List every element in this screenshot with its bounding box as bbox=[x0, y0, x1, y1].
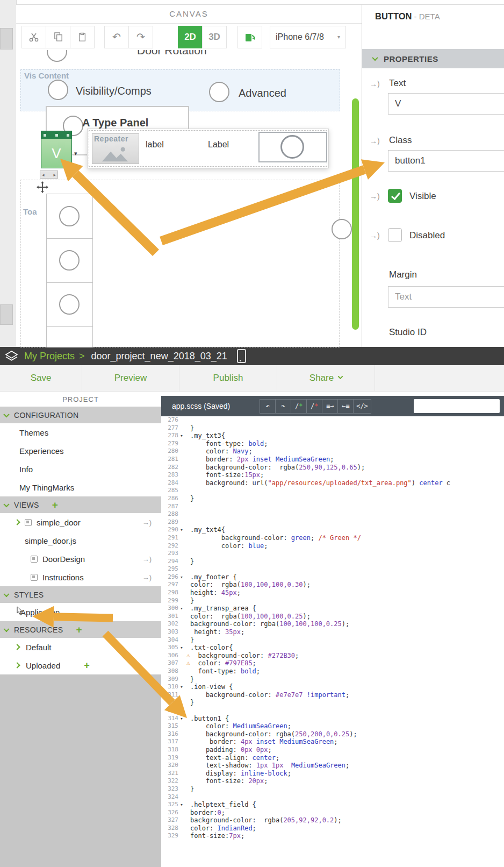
code-line[interactable]: 314▾.button1 { bbox=[161, 715, 504, 723]
selection-handle[interactable] bbox=[55, 134, 58, 137]
code-line[interactable]: 305▾.txt-color{ bbox=[161, 644, 504, 652]
undo-button[interactable]: ↶ bbox=[260, 399, 276, 414]
section-configuration[interactable]: CONFIGURATION bbox=[0, 407, 161, 423]
code-line[interactable]: 328color: IndianRed; bbox=[161, 825, 504, 833]
visible-checkbox[interactable] bbox=[388, 189, 402, 203]
add-view-icon[interactable]: + bbox=[52, 500, 58, 510]
code-line[interactable]: 302background-color: rgba(100,100,100,0.… bbox=[161, 620, 504, 628]
fold-arrow-icon[interactable]: ▾ bbox=[179, 644, 184, 652]
properties-section-header[interactable]: PROPERTIES bbox=[362, 49, 504, 68]
radio-widget[interactable] bbox=[209, 82, 229, 102]
cut-button[interactable] bbox=[21, 26, 46, 48]
breadcrumb-root-link[interactable]: My Projects bbox=[24, 351, 75, 362]
code-line[interactable]: 283 font-size:15px; bbox=[161, 471, 504, 479]
code-line[interactable]: 324 bbox=[161, 793, 504, 801]
code-line[interactable]: 320 text-shadow: 1px 1px MediumSeaGreen; bbox=[161, 762, 504, 770]
section-views[interactable]: VIEWS + bbox=[0, 496, 161, 513]
widget-row-popup[interactable]: Repeater label Label bbox=[87, 129, 329, 168]
section-styles[interactable]: STYLES bbox=[0, 586, 161, 603]
selection-header[interactable] bbox=[41, 131, 71, 139]
selection-handle[interactable] bbox=[44, 134, 46, 137]
button-widget-circle[interactable] bbox=[280, 135, 304, 159]
margin-value-input[interactable] bbox=[388, 286, 504, 308]
code-line[interactable]: 281 border: 2px inset MediumSeaGreen; bbox=[161, 456, 504, 464]
sidebar-item-experiences[interactable]: Experiences bbox=[0, 442, 161, 460]
save-button[interactable]: Save bbox=[0, 365, 82, 391]
code-line[interactable]: 312} bbox=[161, 699, 504, 707]
code-line[interactable]: 307⚠ color: #797E85; bbox=[161, 659, 504, 667]
paste-button[interactable] bbox=[70, 26, 95, 48]
code-line[interactable]: 309} bbox=[161, 676, 504, 684]
orientation-button[interactable] bbox=[237, 26, 262, 48]
code-line[interactable]: 326border:0; bbox=[161, 809, 504, 817]
selection-handle[interactable] bbox=[67, 134, 69, 137]
binding-arrow-icon[interactable]: →) bbox=[142, 573, 152, 581]
code-line[interactable]: 291 background-color: green; /* Green */ bbox=[161, 534, 504, 542]
code-line[interactable]: 295 bbox=[161, 565, 504, 573]
indent-button[interactable]: ≡→ bbox=[322, 399, 338, 414]
code-line[interactable]: 303 height: 35px; bbox=[161, 628, 504, 636]
comment-add-button[interactable]: /* bbox=[291, 399, 307, 414]
code-line[interactable]: 296▾.my_footer { bbox=[161, 573, 504, 581]
code-line[interactable]: 299} bbox=[161, 597, 504, 605]
chevron-right-icon[interactable] bbox=[14, 644, 20, 650]
code-line[interactable]: 277} bbox=[161, 424, 504, 432]
fold-arrow-icon[interactable]: ▾ bbox=[179, 432, 184, 440]
binding-arrow-icon[interactable]: →) bbox=[370, 137, 380, 145]
add-resource-icon[interactable]: + bbox=[76, 624, 82, 635]
resize-handle[interactable]: ◂ ▸ bbox=[40, 170, 58, 179]
binding-arrow-icon[interactable]: →) bbox=[142, 518, 152, 527]
code-line[interactable]: 327background-color: rgba(205,92,92,0.2)… bbox=[161, 816, 504, 825]
binding-arrow-icon[interactable]: →) bbox=[370, 231, 380, 240]
editor-search-input[interactable] bbox=[414, 399, 500, 413]
code-line[interactable]: 325▾.helptext_field { bbox=[161, 801, 504, 809]
repeater-widget[interactable]: Repeater bbox=[92, 133, 139, 164]
code-line[interactable]: 319 text-align: center; bbox=[161, 754, 504, 762]
preview-button[interactable]: Preview bbox=[82, 365, 179, 391]
fold-arrow-icon[interactable]: ▾ bbox=[179, 715, 184, 723]
chevron-right-icon[interactable] bbox=[14, 519, 20, 525]
code-line[interactable]: 288 bbox=[161, 510, 504, 518]
mode-3d-button[interactable]: 3D bbox=[202, 26, 227, 48]
code-line[interactable]: 323} bbox=[161, 785, 504, 793]
code-line[interactable]: 292 color: blue; bbox=[161, 542, 504, 550]
sidebar-item-uploaded[interactable]: Uploaded + bbox=[0, 656, 161, 674]
code-line[interactable]: 317 border: 4px inset MediumSeaGreen; bbox=[161, 738, 504, 746]
code-line[interactable]: 313 bbox=[161, 707, 504, 715]
radio-widget[interactable] bbox=[47, 50, 67, 62]
code-line[interactable]: 278▾.my_txt3{ bbox=[161, 432, 504, 440]
code-line[interactable]: 294} bbox=[161, 558, 504, 566]
sidebar-item-application[interactable]: Application bbox=[0, 603, 161, 621]
code-line[interactable]: 286} bbox=[161, 495, 504, 503]
code-line[interactable]: 276 bbox=[161, 416, 504, 424]
share-button[interactable]: Share bbox=[277, 365, 375, 391]
code-line[interactable]: 300▾.my_transp_area { bbox=[161, 605, 504, 613]
comment-remove-button[interactable]: /* bbox=[306, 399, 322, 414]
layout-rows-area[interactable]: Toa bbox=[20, 180, 340, 347]
device-selector[interactable]: iPhone 6/7/8 ▾ bbox=[270, 26, 346, 48]
radio-widget[interactable] bbox=[332, 219, 352, 239]
radio-widget[interactable] bbox=[48, 80, 68, 100]
mode-2d-button[interactable]: 2D bbox=[178, 26, 203, 48]
code-line[interactable]: 311 background-color: #e7e7e7 !important… bbox=[161, 691, 504, 699]
binding-arrow-icon[interactable]: →) bbox=[370, 80, 380, 88]
code-line[interactable]: 293 bbox=[161, 550, 504, 558]
code-line[interactable]: 285 bbox=[161, 487, 504, 495]
undo-button[interactable]: ↶ bbox=[104, 26, 129, 48]
button-v-widget[interactable]: V bbox=[41, 139, 71, 168]
label-widget[interactable]: label bbox=[146, 140, 164, 150]
code-line[interactable]: 306⚠ background-color: #272B30; bbox=[161, 652, 504, 660]
label-widget[interactable]: Label bbox=[208, 140, 229, 150]
sidebar-item-simple-door[interactable]: simple_door →) bbox=[0, 513, 161, 531]
fold-arrow-icon[interactable]: ▾ bbox=[179, 605, 184, 613]
add-upload-icon[interactable]: + bbox=[84, 660, 90, 670]
code-line[interactable]: 282 background-color: rgba(250,90,125,0.… bbox=[161, 464, 504, 472]
sidebar-item-doordesign[interactable]: DoorDesign →) bbox=[0, 550, 161, 568]
code-line[interactable]: 329font-size:7px; bbox=[161, 832, 504, 840]
radio-widget[interactable] bbox=[59, 294, 80, 315]
text-value-input[interactable] bbox=[388, 93, 504, 115]
section-resources[interactable]: RESOURCES + bbox=[0, 621, 161, 638]
radio-widget[interactable] bbox=[59, 206, 80, 226]
button-widget-frame[interactable] bbox=[258, 132, 327, 162]
fold-arrow-icon[interactable]: ▾ bbox=[179, 683, 184, 691]
